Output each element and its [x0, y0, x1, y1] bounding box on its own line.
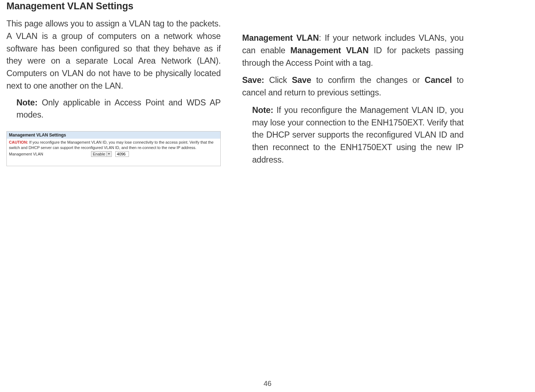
- page-number: 46: [0, 379, 535, 388]
- save-text-b: to confirm the changes or: [311, 75, 425, 85]
- mv-bold-mid: Management VLAN: [290, 46, 369, 55]
- management-vlan-id-input[interactable]: [115, 151, 129, 157]
- management-vlan-label: Management VLAN: [9, 152, 88, 156]
- management-vlan-paragraph: Management VLAN: If your network include…: [242, 32, 464, 69]
- caution-label: CAUTION:: [9, 140, 28, 144]
- panel-header: Management VLAN Settings: [7, 132, 220, 139]
- note-label-right: Note:: [252, 105, 273, 115]
- note-text-left: Only applicable in Access Point and WDS …: [16, 98, 221, 120]
- note-paragraph-left: Note: Only applicable in Access Point an…: [16, 96, 221, 121]
- save-text-a: Click: [264, 75, 292, 85]
- vlan-settings-panel: Management VLAN Settings CAUTION: If you…: [6, 131, 221, 166]
- save-bold-save: Save: [292, 75, 311, 85]
- panel-caution: CAUTION: If you reconfigure the Manageme…: [7, 139, 220, 150]
- two-column-layout: This page allows you to assign a VLAN ta…: [6, 18, 529, 166]
- page-container: Management VLAN Settings This page allow…: [0, 0, 535, 392]
- note-block-right: Note: If you reconfigure the Management …: [242, 104, 464, 166]
- management-vlan-row: Management VLAN Enable: [7, 150, 220, 158]
- save-paragraph: Save: Click Save to confirm the changes …: [242, 74, 464, 99]
- chevron-down-icon: [106, 152, 111, 156]
- save-label: Save:: [242, 75, 264, 85]
- save-bold-cancel: Cancel: [425, 75, 452, 85]
- note-text-right: If you reconfigure the Management VLAN I…: [252, 105, 464, 164]
- caution-text: If you reconfigure the Management VLAN I…: [9, 140, 214, 150]
- note-label-left: Note:: [16, 98, 38, 107]
- management-vlan-select[interactable]: Enable: [91, 151, 112, 157]
- right-column: Management VLAN: If your network include…: [242, 18, 464, 166]
- note-paragraph-right: Note: If you reconfigure the Management …: [252, 104, 464, 166]
- select-value: Enable: [93, 152, 105, 156]
- note-block-left: Note: Only applicable in Access Point an…: [6, 96, 221, 121]
- intro-paragraph: This page allows you to assign a VLAN ta…: [6, 18, 221, 92]
- left-column: This page allows you to assign a VLAN ta…: [6, 18, 221, 166]
- page-title: Management VLAN Settings: [6, 0, 529, 12]
- mv-label: Management VLAN: [242, 33, 319, 43]
